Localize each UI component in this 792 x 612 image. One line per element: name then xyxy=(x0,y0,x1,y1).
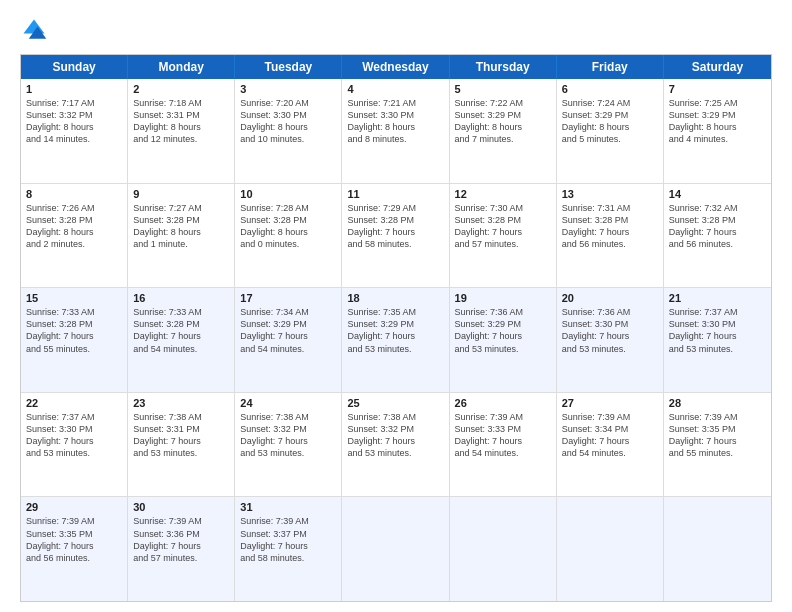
cal-cell-18: 18Sunrise: 7:35 AMSunset: 3:29 PMDayligh… xyxy=(342,288,449,392)
cal-cell-3: 3Sunrise: 7:20 AMSunset: 3:30 PMDaylight… xyxy=(235,79,342,183)
header xyxy=(20,16,772,44)
cal-row-4: 22Sunrise: 7:37 AMSunset: 3:30 PMDayligh… xyxy=(21,393,771,498)
cal-row-2: 8Sunrise: 7:26 AMSunset: 3:28 PMDaylight… xyxy=(21,184,771,289)
cal-row-3: 15Sunrise: 7:33 AMSunset: 3:28 PMDayligh… xyxy=(21,288,771,393)
calendar: SundayMondayTuesdayWednesdayThursdayFrid… xyxy=(20,54,772,602)
header-cell-friday: Friday xyxy=(557,55,664,79)
cal-cell-27: 27Sunrise: 7:39 AMSunset: 3:34 PMDayligh… xyxy=(557,393,664,497)
header-cell-monday: Monday xyxy=(128,55,235,79)
calendar-body: 1Sunrise: 7:17 AMSunset: 3:32 PMDaylight… xyxy=(21,79,771,601)
header-cell-tuesday: Tuesday xyxy=(235,55,342,79)
header-cell-sunday: Sunday xyxy=(21,55,128,79)
cal-cell-6: 6Sunrise: 7:24 AMSunset: 3:29 PMDaylight… xyxy=(557,79,664,183)
cal-cell-10: 10Sunrise: 7:28 AMSunset: 3:28 PMDayligh… xyxy=(235,184,342,288)
cal-cell-28: 28Sunrise: 7:39 AMSunset: 3:35 PMDayligh… xyxy=(664,393,771,497)
cal-cell-empty-4-3 xyxy=(342,497,449,601)
cal-cell-21: 21Sunrise: 7:37 AMSunset: 3:30 PMDayligh… xyxy=(664,288,771,392)
cal-cell-5: 5Sunrise: 7:22 AMSunset: 3:29 PMDaylight… xyxy=(450,79,557,183)
cal-cell-22: 22Sunrise: 7:37 AMSunset: 3:30 PMDayligh… xyxy=(21,393,128,497)
cal-cell-24: 24Sunrise: 7:38 AMSunset: 3:32 PMDayligh… xyxy=(235,393,342,497)
cal-cell-15: 15Sunrise: 7:33 AMSunset: 3:28 PMDayligh… xyxy=(21,288,128,392)
cal-cell-25: 25Sunrise: 7:38 AMSunset: 3:32 PMDayligh… xyxy=(342,393,449,497)
cal-cell-31: 31Sunrise: 7:39 AMSunset: 3:37 PMDayligh… xyxy=(235,497,342,601)
cal-cell-19: 19Sunrise: 7:36 AMSunset: 3:29 PMDayligh… xyxy=(450,288,557,392)
cal-cell-empty-4-4 xyxy=(450,497,557,601)
calendar-header: SundayMondayTuesdayWednesdayThursdayFrid… xyxy=(21,55,771,79)
cal-cell-20: 20Sunrise: 7:36 AMSunset: 3:30 PMDayligh… xyxy=(557,288,664,392)
logo-icon xyxy=(20,16,48,44)
header-cell-thursday: Thursday xyxy=(450,55,557,79)
cal-cell-16: 16Sunrise: 7:33 AMSunset: 3:28 PMDayligh… xyxy=(128,288,235,392)
cal-cell-13: 13Sunrise: 7:31 AMSunset: 3:28 PMDayligh… xyxy=(557,184,664,288)
cal-cell-empty-4-5 xyxy=(557,497,664,601)
cal-cell-1: 1Sunrise: 7:17 AMSunset: 3:32 PMDaylight… xyxy=(21,79,128,183)
cal-cell-12: 12Sunrise: 7:30 AMSunset: 3:28 PMDayligh… xyxy=(450,184,557,288)
page: SundayMondayTuesdayWednesdayThursdayFrid… xyxy=(0,0,792,612)
cal-cell-7: 7Sunrise: 7:25 AMSunset: 3:29 PMDaylight… xyxy=(664,79,771,183)
cal-cell-17: 17Sunrise: 7:34 AMSunset: 3:29 PMDayligh… xyxy=(235,288,342,392)
cal-row-5: 29Sunrise: 7:39 AMSunset: 3:35 PMDayligh… xyxy=(21,497,771,601)
cal-cell-29: 29Sunrise: 7:39 AMSunset: 3:35 PMDayligh… xyxy=(21,497,128,601)
cal-cell-8: 8Sunrise: 7:26 AMSunset: 3:28 PMDaylight… xyxy=(21,184,128,288)
cal-cell-14: 14Sunrise: 7:32 AMSunset: 3:28 PMDayligh… xyxy=(664,184,771,288)
cal-cell-23: 23Sunrise: 7:38 AMSunset: 3:31 PMDayligh… xyxy=(128,393,235,497)
logo xyxy=(20,16,52,44)
cal-cell-4: 4Sunrise: 7:21 AMSunset: 3:30 PMDaylight… xyxy=(342,79,449,183)
cal-cell-30: 30Sunrise: 7:39 AMSunset: 3:36 PMDayligh… xyxy=(128,497,235,601)
header-cell-saturday: Saturday xyxy=(664,55,771,79)
cal-row-1: 1Sunrise: 7:17 AMSunset: 3:32 PMDaylight… xyxy=(21,79,771,184)
cal-cell-empty-4-6 xyxy=(664,497,771,601)
cal-cell-9: 9Sunrise: 7:27 AMSunset: 3:28 PMDaylight… xyxy=(128,184,235,288)
cal-cell-11: 11Sunrise: 7:29 AMSunset: 3:28 PMDayligh… xyxy=(342,184,449,288)
cal-cell-26: 26Sunrise: 7:39 AMSunset: 3:33 PMDayligh… xyxy=(450,393,557,497)
header-cell-wednesday: Wednesday xyxy=(342,55,449,79)
cal-cell-2: 2Sunrise: 7:18 AMSunset: 3:31 PMDaylight… xyxy=(128,79,235,183)
